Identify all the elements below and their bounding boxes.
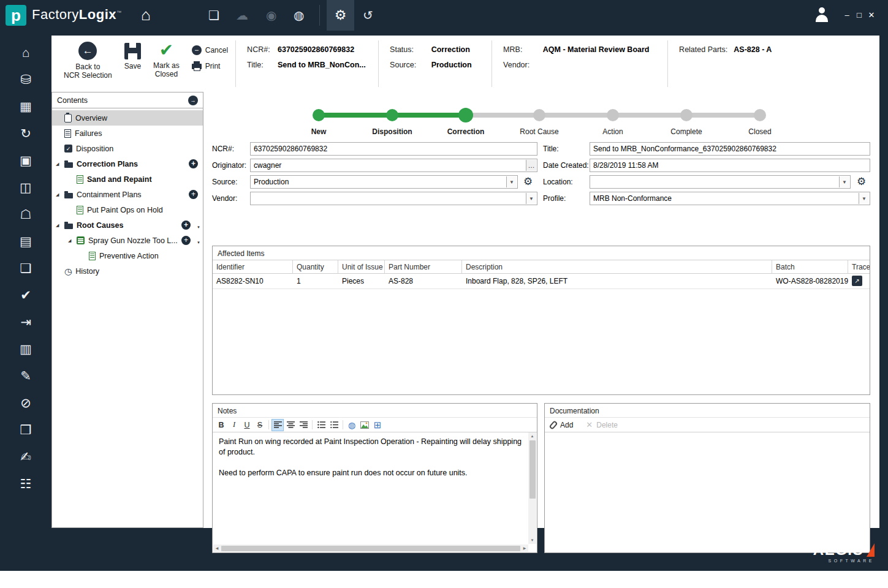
dropdown-arrow-icon[interactable]: ▼: [506, 176, 517, 187]
print-button[interactable]: Print: [192, 61, 228, 71]
dropdown-arrow-icon[interactable]: ▼: [859, 193, 869, 204]
settings-gear-active[interactable]: ⚙: [327, 0, 354, 31]
column-header-unit-of-issue[interactable]: Unit of Issue: [338, 260, 385, 273]
column-header-identifier[interactable]: Identifier: [213, 260, 293, 273]
tree-item-overview[interactable]: Overview: [52, 110, 203, 126]
scrollbar-thumb[interactable]: [221, 546, 520, 551]
profile-combobox[interactable]: MRB Non-Conformance ▼: [590, 192, 870, 205]
column-header-description[interactable]: Description: [462, 260, 772, 273]
production-monitor-icon[interactable]: ▣: [16, 151, 36, 170]
web-globe-icon[interactable]: ◍: [294, 8, 304, 23]
scroll-down-icon[interactable]: ▼: [528, 537, 536, 544]
add-dropdown-caret[interactable]: ▼: [197, 225, 200, 229]
lot-search-icon[interactable]: ◫: [16, 178, 36, 197]
dropdown-arrow-icon[interactable]: ▼: [526, 193, 536, 204]
product-engineering-icon[interactable]: ▦: [16, 97, 36, 116]
insert-table-button[interactable]: ⊞: [371, 419, 384, 431]
scroll-left-icon[interactable]: ◀: [213, 545, 221, 552]
back-to-ncr-selection-button[interactable]: ← Back toNCR Selection: [64, 42, 112, 92]
mark-as-closed-button[interactable]: ✔ Mark asClosed: [153, 42, 180, 92]
date-created-input[interactable]: 8/28/2019 11:58 AM: [590, 159, 870, 172]
notes-vertical-scrollbar[interactable]: ▲ ▼: [528, 432, 536, 544]
save-button[interactable]: Save: [124, 42, 141, 92]
expander-icon[interactable]: ◢: [56, 162, 64, 167]
tree-item-put-paint-ops-on-hold[interactable]: Put Paint Ops on Hold: [52, 202, 203, 217]
add-containment-plan-button[interactable]: +: [189, 190, 198, 199]
title-input[interactable]: Send to MRB_NonConformance_6370259028607…: [590, 142, 870, 156]
tree-item-correction-plans[interactable]: ◢ Correction Plans +: [52, 156, 203, 172]
originator-browse-button[interactable]: …: [526, 160, 536, 171]
material-transfer-icon[interactable]: ⇥: [16, 312, 36, 331]
column-header-part-number[interactable]: Part Number: [385, 260, 462, 273]
operator-assist-icon[interactable]: ✍: [16, 447, 36, 466]
align-right-button[interactable]: [297, 419, 309, 431]
notes-horizontal-scrollbar[interactable]: ◀ ▶: [213, 545, 528, 552]
add-root-cause-button[interactable]: +: [181, 221, 191, 230]
affected-item-row[interactable]: AS8282-SN10 1 Pieces AS-828 Inboard Flap…: [213, 274, 870, 289]
tree-item-failures[interactable]: Failures: [52, 126, 203, 141]
copy-pages-icon[interactable]: ❏: [16, 258, 36, 277]
warehouse-icon[interactable]: ☖: [16, 205, 36, 224]
edit-document-icon[interactable]: ✎: [16, 366, 36, 385]
expander-icon[interactable]: ◢: [56, 223, 64, 228]
id-card-icon[interactable]: ▥: [16, 339, 36, 358]
align-center-button[interactable]: [284, 419, 297, 431]
reject-document-icon[interactable]: ⊘: [16, 393, 36, 412]
home-icon[interactable]: ⌂: [141, 6, 151, 24]
notes-text-area[interactable]: Paint Run on wing recorded at Paint Insp…: [213, 432, 528, 544]
insert-image-button[interactable]: [359, 419, 371, 431]
cancel-button[interactable]: − Cancel: [192, 45, 228, 55]
scroll-up-icon[interactable]: ▲: [528, 432, 536, 440]
news-icon[interactable]: ☷: [16, 474, 36, 493]
numbered-list-button[interactable]: [328, 419, 340, 431]
originator-input[interactable]: cwagner …: [250, 159, 537, 172]
documentation-icon[interactable]: ▤: [16, 232, 36, 251]
tree-item-containment-plans[interactable]: ◢ Containment Plans +: [52, 187, 203, 202]
strikethrough-button[interactable]: S: [254, 419, 266, 431]
add-document-button[interactable]: Add: [560, 421, 573, 429]
minimize-button[interactable]: –: [842, 10, 852, 20]
italic-button[interactable]: I: [228, 419, 240, 431]
report-icon[interactable]: ❒: [16, 420, 36, 439]
trace-button[interactable]: ↗: [852, 276, 862, 286]
underline-button[interactable]: U: [241, 419, 253, 431]
column-header-batch[interactable]: Batch: [772, 260, 848, 273]
tree-item-preventive-action[interactable]: Preventive Action: [52, 248, 203, 263]
location-settings-gear[interactable]: ⚙: [857, 175, 866, 189]
home-icon[interactable]: ⌂: [16, 43, 36, 62]
copy-pages-icon[interactable]: ❏: [208, 8, 219, 23]
close-button[interactable]: ✕: [867, 10, 876, 20]
column-header-trace[interactable]: Trace: [848, 260, 870, 273]
network-icon[interactable]: ☁: [236, 8, 248, 23]
ncr-input[interactable]: 637025902860769832: [250, 142, 537, 156]
bullet-list-button[interactable]: [315, 419, 327, 431]
tree-item-history[interactable]: ◷ History: [52, 263, 203, 279]
source-combobox[interactable]: Production ▼: [250, 175, 518, 189]
location-pin-icon[interactable]: ◉: [266, 8, 276, 23]
materials-icon[interactable]: ⛁: [16, 70, 36, 89]
documentation-list-area[interactable]: [545, 432, 870, 549]
source-settings-gear[interactable]: ⚙: [523, 175, 533, 189]
hyperlink-globe-icon[interactable]: ◍: [346, 419, 358, 431]
align-left-button[interactable]: [271, 419, 284, 431]
restore-button[interactable]: □: [854, 10, 864, 20]
dropdown-arrow-icon[interactable]: ▼: [839, 176, 849, 187]
expander-icon[interactable]: ◢: [56, 192, 64, 197]
history-icon[interactable]: ↺: [363, 8, 373, 23]
tree-item-spray-gun-nozzle[interactable]: ◢ Spray Gun Nozzle Too L... + ▼: [52, 233, 203, 248]
location-combobox[interactable]: ▼: [590, 175, 851, 189]
tree-item-sand-and-repaint[interactable]: Sand and Repaint: [52, 172, 203, 187]
add-correction-plan-button[interactable]: +: [189, 159, 198, 168]
tree-item-disposition[interactable]: ✓ Disposition: [52, 141, 203, 156]
tree-item-root-causes[interactable]: ◢ Root Causes + ▼: [52, 217, 203, 233]
add-action-button[interactable]: +: [181, 236, 191, 245]
bold-button[interactable]: B: [215, 419, 227, 431]
scroll-right-icon[interactable]: ▶: [521, 545, 528, 552]
column-header-quantity[interactable]: Quantity: [293, 260, 338, 273]
add-dropdown-caret[interactable]: ▼: [197, 241, 200, 244]
process-refresh-icon[interactable]: ↻: [16, 124, 36, 143]
scrollbar-thumb[interactable]: [529, 440, 536, 499]
collapse-panel-icon[interactable]: →: [188, 96, 198, 105]
vendor-combobox[interactable]: ▼: [250, 192, 537, 205]
delete-document-button[interactable]: ✕ Delete: [586, 420, 618, 429]
